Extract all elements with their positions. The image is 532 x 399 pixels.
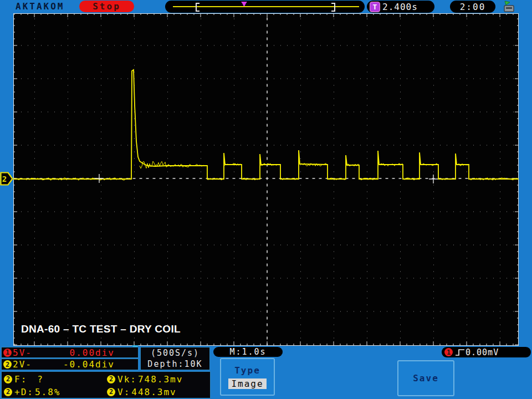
meas-v-value: 448.3mv	[131, 387, 176, 397]
ch1-badge: 1	[3, 349, 12, 357]
svg-text:2: 2	[2, 175, 7, 183]
ch2-status-box: 2 2V- -0.04div	[1, 359, 139, 370]
sample-rate: (500S/s)	[151, 347, 200, 359]
ch2-scale: 2V-	[13, 359, 32, 370]
meas-f-value: ?	[37, 374, 44, 385]
trigger-level-value: 0.00mV	[466, 347, 499, 357]
meas-d-value: 5.8%	[35, 387, 61, 397]
rising-edge-icon	[454, 348, 466, 357]
acquisition-status-box: (500S/s) Depth:10K	[140, 347, 210, 370]
ch1-status-box: 1 5V- 0.00div	[1, 347, 139, 358]
type-label: Type	[234, 365, 260, 376]
meas-vk-value: 748.3mv	[138, 374, 183, 385]
meas-vk-badge: 2	[107, 375, 115, 383]
ch2-position: -0.04div	[63, 359, 115, 370]
trigger-source-badge: 1	[444, 348, 453, 356]
meas-v-badge: 2	[107, 388, 115, 396]
meas-d-label: +D:	[14, 387, 34, 397]
ch1-scale: 5V-	[13, 347, 32, 358]
measurement-duty: 2 +D: 5.8%	[4, 387, 107, 397]
type-menu-button[interactable]: Type Image	[220, 358, 275, 396]
waveform-display	[13, 13, 519, 346]
ch2-zero-position-marker[interactable]: 2	[0, 172, 13, 186]
waveform-svg	[13, 13, 519, 346]
brand-logo: AKTAKOM	[16, 1, 64, 12]
run-state-button[interactable]: Stop	[79, 1, 134, 12]
cursor-cross-icon	[429, 175, 438, 183]
horizontal-position-indicator	[165, 1, 365, 13]
trigger-time-readout: T 2.400s	[367, 1, 434, 13]
type-value-image[interactable]: Image	[228, 378, 266, 389]
user-annotation-text: DNA-60 – TC TEST – DRY COIL	[21, 323, 181, 335]
window-left-bracket-icon	[196, 3, 200, 12]
ch2-badge: 2	[3, 360, 12, 369]
window-right-bracket-icon	[331, 3, 335, 12]
record-depth: Depth:10K	[147, 359, 202, 370]
meas-f-label: F:	[14, 374, 27, 385]
measurements-box: 2 F: ? 2 Vk: 748.3mv 2 +D: 5.8% 2 V: 448…	[1, 371, 211, 398]
save-button[interactable]: Save	[397, 360, 454, 396]
clock-readout: 2:00	[450, 1, 495, 13]
trigger-level-readout: 1 0.00mV	[442, 347, 531, 357]
measurement-v: 2 V: 448.3mv	[107, 387, 177, 397]
trigger-time-value: 2.400s	[382, 2, 418, 12]
meas-f-badge: 2	[4, 375, 12, 383]
meas-vk-label: Vk:	[117, 374, 137, 385]
trigger-t-icon: T	[370, 2, 380, 12]
meas-d-badge: 2	[4, 388, 12, 396]
ch1-position: 0.00div	[70, 347, 115, 358]
measurement-frequency: 2 F: ?	[4, 374, 107, 385]
timebase-readout: M:1.0s	[213, 347, 283, 357]
measurement-vk: 2 Vk: 748.3mv	[107, 374, 183, 385]
trigger-position-marker-icon[interactable]	[241, 2, 247, 6]
cursor-cross-icon	[95, 174, 104, 183]
meas-v-label: V:	[117, 387, 130, 397]
